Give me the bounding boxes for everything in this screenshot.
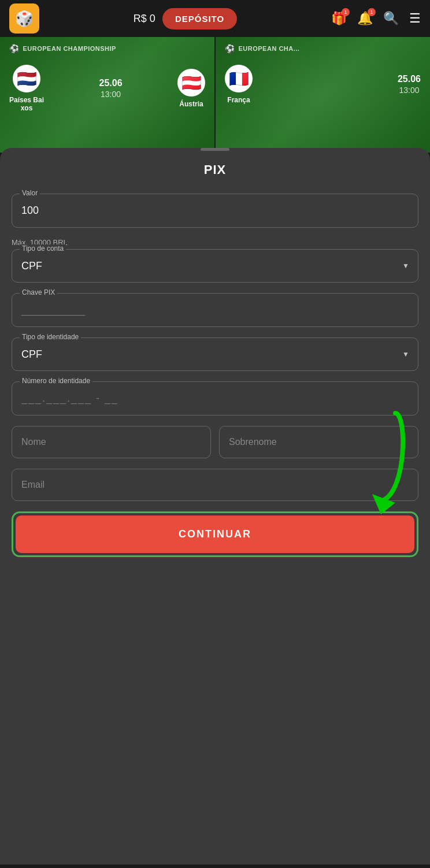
header-icons: 🎁 1 🔔 1 🔍 ☰ — [331, 11, 421, 26]
flag-netherlands: 🇳🇱 — [13, 65, 40, 92]
match-hour-1: 13:00 — [101, 90, 121, 99]
flag-austria: 🇦🇹 — [177, 69, 205, 97]
team-france: 🇫🇷 França — [225, 65, 253, 104]
tipo-conta-select-wrapper: CPF CNPJ E-mail Telefone Chave aleatória… — [12, 249, 418, 283]
valor-field-group: Valor — [12, 194, 418, 228]
nome-group — [12, 426, 211, 458]
soccer-icon-1: ⚽ — [9, 44, 20, 53]
tipo-identidade-select-wrapper: CPF CNPJ RG ▼ — [12, 337, 418, 371]
tipo-conta-label: Tipo de conta — [20, 244, 66, 253]
team-austria-name: Áustria — [179, 100, 203, 108]
flag-france: 🇫🇷 — [225, 65, 253, 92]
valor-label: Valor — [20, 189, 40, 197]
nome-input[interactable] — [12, 426, 211, 458]
teams-row-2: 🇫🇷 França 25.06 13:00 — [225, 65, 421, 104]
tipo-identidade-label: Tipo de identidade — [20, 333, 81, 341]
match-time-1: 25.06 13:00 — [99, 78, 123, 99]
soccer-icon-2: ⚽ — [225, 44, 235, 53]
team-france-name: França — [227, 96, 250, 104]
hamburger-icon: ☰ — [409, 11, 421, 25]
deposit-button[interactable]: DEPÓSITO — [162, 8, 237, 29]
sobrenome-input[interactable] — [219, 426, 418, 458]
team-netherlands: 🇳🇱 Países Baixos — [9, 65, 44, 112]
chave-pix-group: Chave PIX — [12, 293, 418, 327]
chave-pix-input[interactable] — [12, 293, 418, 327]
menu-button[interactable]: ☰ — [409, 11, 421, 26]
match-date-2: 25.06 — [398, 74, 421, 84]
gift-button[interactable]: 🎁 1 — [331, 11, 347, 26]
sobrenome-group — [219, 426, 418, 458]
max-info: Máx, 10000 BRL — [12, 238, 418, 247]
logo-icon: 🎲 — [15, 10, 34, 28]
email-input[interactable] — [12, 469, 418, 501]
match-card-1[interactable]: ⚽ EUROPEAN CHAMPIONSHIP 🇳🇱 Países Baixos… — [0, 37, 214, 153]
continue-section: CONTINUAR — [12, 511, 418, 557]
email-group — [12, 469, 418, 501]
drag-handle[interactable] — [201, 148, 229, 151]
search-button[interactable]: 🔍 — [383, 11, 399, 26]
modal-title: PIX — [12, 162, 418, 177]
numero-identidade-input[interactable] — [12, 381, 418, 416]
tipo-identidade-group: Tipo de identidade CPF CNPJ RG ▼ — [12, 337, 418, 371]
teams-row-1: 🇳🇱 Países Baixos 25.06 13:00 🇦🇹 Áustria — [9, 65, 205, 112]
match-date-1: 25.06 — [99, 78, 123, 88]
bell-button[interactable]: 🔔 1 — [357, 11, 373, 26]
valor-input[interactable] — [12, 194, 418, 228]
tipo-conta-select[interactable]: CPF CNPJ E-mail Telefone Chave aleatória — [12, 249, 418, 283]
balance-display: R$ 0 — [134, 13, 155, 25]
match-card-2[interactable]: ⚽ EUROPEAN CHA... 🇫🇷 França 25.06 13:00 — [214, 37, 430, 153]
logo[interactable]: 🎲 — [9, 3, 39, 34]
bell-badge: 1 — [368, 8, 376, 16]
tournament-label-2: ⚽ EUROPEAN CHA... — [225, 44, 421, 53]
match-time-2: 25.06 13:00 — [398, 74, 421, 95]
name-row — [12, 426, 418, 458]
team-netherlands-name: Países Baixos — [9, 96, 44, 112]
tipo-identidade-select[interactable]: CPF CNPJ RG — [12, 337, 418, 371]
continue-button-wrapper: CONTINUAR — [12, 511, 418, 557]
sports-banner: ⚽ EUROPEAN CHAMPIONSHIP 🇳🇱 Países Baixos… — [0, 37, 430, 153]
search-icon: 🔍 — [383, 11, 399, 25]
header-center: R$ 0 DEPÓSITO — [134, 8, 237, 29]
numero-identidade-group: Número de identidade — [12, 381, 418, 416]
tournament-label-text-2: EUROPEAN CHA... — [239, 45, 300, 52]
team-austria: 🇦🇹 Áustria — [177, 69, 205, 108]
chave-pix-label: Chave PIX — [20, 288, 57, 296]
numero-identidade-label: Número de identidade — [20, 377, 92, 385]
modal-sheet: PIX Valor Máx, 10000 BRL Tipo de conta C… — [0, 148, 430, 865]
tournament-label-1: ⚽ EUROPEAN CHAMPIONSHIP — [9, 44, 205, 53]
match-hour-2: 13:00 — [399, 86, 419, 95]
continue-button[interactable]: CONTINUAR — [16, 515, 414, 553]
green-arrow-annotation — [355, 407, 413, 520]
tipo-conta-group: Tipo de conta CPF CNPJ E-mail Telefone C… — [12, 249, 418, 283]
header: 🎲 R$ 0 DEPÓSITO 🎁 1 🔔 1 🔍 ☰ — [0, 0, 430, 37]
gift-badge: 1 — [342, 8, 350, 16]
